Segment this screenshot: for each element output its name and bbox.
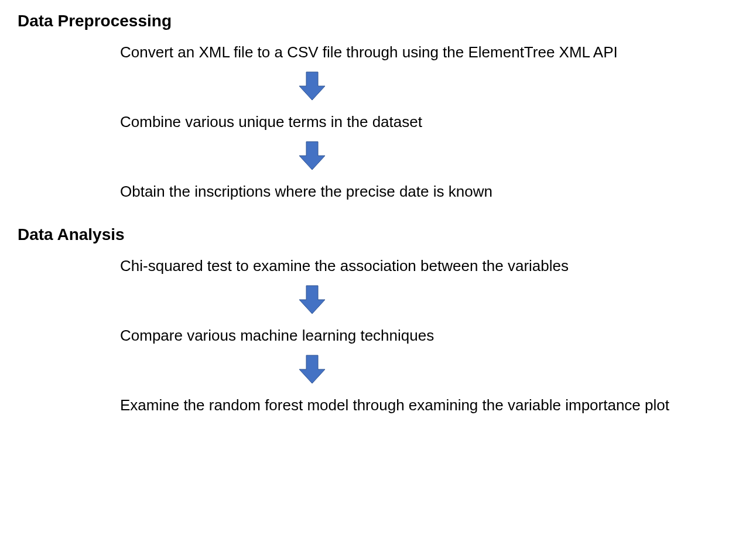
analysis-heading: Data Analysis (18, 225, 738, 244)
analysis-content: Chi-squared test to examine the associat… (18, 256, 738, 416)
preprocessing-section: Data Preprocessing Convert an XML file t… (18, 12, 738, 202)
preprocessing-heading: Data Preprocessing (18, 12, 738, 30)
preprocessing-content: Convert an XML file to a CSV file throug… (18, 42, 738, 202)
arrow-container (120, 139, 738, 174)
arrow-container (120, 353, 738, 388)
arrow-down-icon (296, 139, 329, 174)
arrow-down-icon (296, 70, 329, 105)
analysis-step-2: Compare various machine learning techniq… (120, 325, 738, 346)
arrow-down-icon (296, 283, 329, 318)
preprocessing-step-3: Obtain the inscriptions where the precis… (120, 181, 738, 202)
preprocessing-step-2: Combine various unique terms in the data… (120, 112, 738, 132)
arrow-container (120, 283, 738, 318)
preprocessing-step-1: Convert an XML file to a CSV file throug… (120, 42, 738, 63)
analysis-step-3: Examine the random forest model through … (120, 395, 738, 416)
arrow-container (120, 70, 738, 105)
arrow-down-icon (296, 353, 329, 388)
analysis-section: Data Analysis Chi-squared test to examin… (18, 225, 738, 416)
analysis-step-1: Chi-squared test to examine the associat… (120, 256, 738, 276)
